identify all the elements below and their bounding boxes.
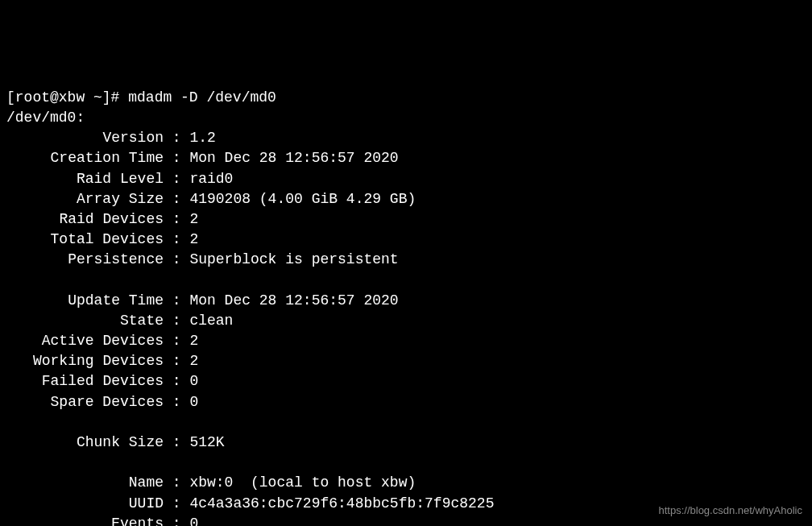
row-creation-time: Creation Time : Mon Dec 28 12:56:57 2020 xyxy=(6,148,806,168)
value-creation-time: Mon Dec 28 12:56:57 2020 xyxy=(189,150,398,166)
label-total-devices: Total Devices xyxy=(6,230,164,250)
colon: : xyxy=(164,150,189,166)
colon: : xyxy=(164,130,189,146)
label-creation-time: Creation Time xyxy=(6,148,164,168)
row-working-devices: Working Devices : 2 xyxy=(6,351,806,371)
watermark-text: https://blog.csdn.net/whyAholic xyxy=(659,503,803,518)
colon: : xyxy=(164,516,189,526)
value-failed-devices: 0 xyxy=(189,373,198,389)
colon: : xyxy=(164,292,189,309)
value-array-size: 4190208 (4.00 GiB 4.29 GB) xyxy=(189,191,416,207)
row-failed-devices: Failed Devices : 0 xyxy=(6,371,806,391)
colon: : xyxy=(164,313,189,329)
row-raid-devices: Raid Devices : 2 xyxy=(6,209,806,230)
row-chunk-size: Chunk Size : 512K xyxy=(6,433,806,453)
label-update-time: Update Time xyxy=(6,291,164,311)
colon: : xyxy=(164,495,189,512)
colon: : xyxy=(164,353,189,369)
colon: : xyxy=(164,394,189,410)
value-state: clean xyxy=(189,313,233,329)
label-spare-devices: Spare Devices xyxy=(6,392,164,412)
colon: : xyxy=(164,171,189,187)
label-version: Version xyxy=(6,128,164,148)
command-text: mdadm -D /dev/md0 xyxy=(128,89,276,106)
shell-prompt: [root@xbw ~]# xyxy=(6,89,128,106)
value-version: 1.2 xyxy=(189,130,215,146)
colon: : xyxy=(164,333,189,349)
value-update-time: Mon Dec 28 12:56:57 2020 xyxy=(189,292,398,309)
label-working-devices: Working Devices xyxy=(6,351,164,371)
row-version: Version : 1.2 xyxy=(6,128,806,148)
label-raid-devices: Raid Devices xyxy=(6,209,164,230)
colon: : xyxy=(164,191,189,207)
label-state: State xyxy=(6,311,164,331)
label-persistence: Persistence xyxy=(6,250,164,270)
row-name: Name : xbw:0 (local to host xbw) xyxy=(6,473,806,493)
value-spare-devices: 0 xyxy=(189,394,198,410)
label-events: Events xyxy=(6,514,164,526)
row-active-devices: Active Devices : 2 xyxy=(6,331,806,351)
value-total-devices: 2 xyxy=(189,231,198,247)
colon: : xyxy=(164,211,189,227)
row-raid-level: Raid Level : raid0 xyxy=(6,169,806,189)
value-working-devices: 2 xyxy=(189,353,198,369)
prompt-line: [root@xbw ~]# mdadm -D /dev/md0 xyxy=(6,88,806,108)
colon: : xyxy=(164,373,189,389)
value-raid-devices: 2 xyxy=(189,211,198,227)
row-update-time: Update Time : Mon Dec 28 12:56:57 2020 xyxy=(6,291,806,311)
blank-line xyxy=(6,270,806,290)
value-events: 0 xyxy=(189,516,198,526)
label-chunk-size: Chunk Size xyxy=(6,433,164,453)
blank-line xyxy=(6,412,806,433)
value-persistence: Superblock is persistent xyxy=(189,251,398,267)
label-name: Name xyxy=(6,473,164,493)
terminal-output[interactable]: [root@xbw ~]# mdadm -D /dev/md0/dev/md0:… xyxy=(6,88,806,526)
row-state: State : clean xyxy=(6,311,806,331)
label-failed-devices: Failed Devices xyxy=(6,371,164,391)
label-active-devices: Active Devices xyxy=(6,331,164,351)
value-chunk-size: 512K xyxy=(189,434,224,450)
value-active-devices: 2 xyxy=(189,333,198,349)
value-uuid: 4c4a3a36:cbc729f6:48bbc5fb:7f9c8225 xyxy=(189,495,494,512)
label-uuid: UUID xyxy=(6,494,164,514)
row-array-size: Array Size : 4190208 (4.00 GiB 4.29 GB) xyxy=(6,189,806,209)
colon: : xyxy=(164,251,189,267)
colon: : xyxy=(164,434,189,450)
device-line: /dev/md0: xyxy=(6,108,806,128)
value-raid-level: raid0 xyxy=(189,171,233,187)
row-total-devices: Total Devices : 2 xyxy=(6,230,806,250)
label-array-size: Array Size xyxy=(6,189,164,209)
label-raid-level: Raid Level xyxy=(6,169,164,189)
row-spare-devices: Spare Devices : 0 xyxy=(6,392,806,412)
value-name: xbw:0 (local to host xbw) xyxy=(189,474,416,491)
blank-line xyxy=(6,453,806,473)
colon: : xyxy=(164,231,189,247)
colon: : xyxy=(164,474,189,491)
row-persistence: Persistence : Superblock is persistent xyxy=(6,250,806,270)
